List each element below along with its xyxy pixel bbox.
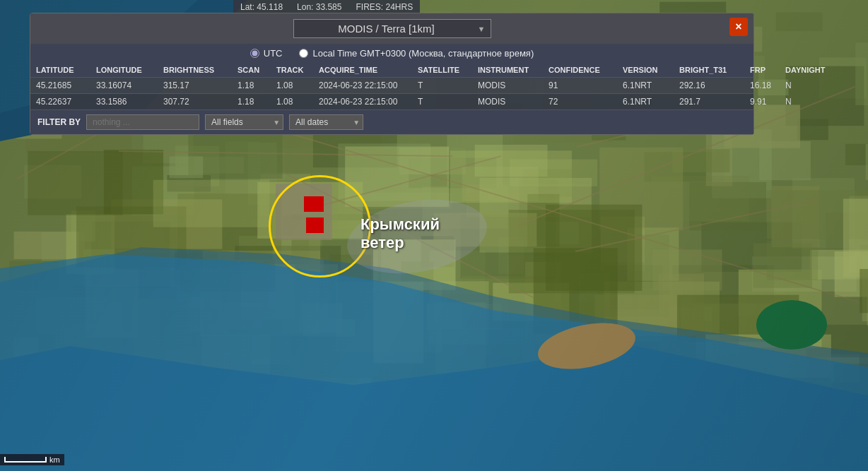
label-line1: Крымский [360, 215, 440, 233]
cell-bright-t31-2: 291.7 [679, 97, 750, 107]
cell-satellite-1: T [418, 81, 478, 90]
satellite-select[interactable]: MODIS / Terra [1km] MODIS / Aqua [1km] V… [293, 19, 491, 38]
label-text: Крымский ветер [360, 215, 440, 253]
table-row[interactable]: 45.21685 33.16074 315.17 1.18 1.08 2024-… [30, 77, 753, 93]
filter-fields-select[interactable]: All fields LATITUDE LONGITUDE BRIGHTNESS… [205, 114, 283, 130]
satellite-select-wrapper[interactable]: MODIS / Terra [1km] MODIS / Aqua [1km] V… [293, 19, 491, 38]
cell-acquire-1: 2024-06-23 22:15:00 [319, 81, 418, 90]
scale-line [4, 457, 47, 463]
cell-scan-2: 1.18 [237, 97, 276, 107]
col-daynight: DAYNIGHT [785, 66, 849, 74]
local-radio[interactable] [299, 49, 308, 58]
fire-marker-2 [306, 217, 324, 233]
scale-label: km [49, 455, 60, 464]
cell-frp-1: 16.18 [750, 81, 785, 90]
cell-acquire-2: 2024-06-23 22:15:00 [319, 97, 418, 107]
cell-scan-1: 1.18 [237, 81, 276, 90]
col-longitude: LONGITUDE [96, 66, 163, 74]
fire-marker-1 [304, 196, 324, 212]
cell-lon-1: 33.16074 [96, 81, 163, 90]
filter-dates-select[interactable]: All dates Last 24 hours Last 48 hours La… [289, 114, 363, 130]
data-panel: MODIS / Terra [1km] MODIS / Aqua [1km] V… [30, 13, 754, 135]
timezone-row: UTC Local Time GMT+0300 (Москва, стандар… [30, 44, 753, 63]
filter-fields-wrapper[interactable]: All fields LATITUDE LONGITUDE BRIGHTNESS… [205, 114, 283, 130]
cell-version-1: 6.1NRT [623, 81, 679, 90]
cell-lat-1: 45.21685 [36, 81, 96, 90]
cell-brightness-2: 307.72 [163, 97, 237, 107]
filter-row: FILTER BY All fields LATITUDE LONGITUDE … [30, 109, 753, 134]
crimean-wind-overlay: Крымский ветер [346, 201, 488, 272]
col-bright-t31: BRIGHT_T31 [679, 66, 750, 74]
col-satellite: SATELLITE [418, 66, 478, 74]
cell-track-1: 1.08 [276, 81, 319, 90]
cell-lat-2: 45.22637 [36, 97, 96, 107]
latitude-display: Lat: 45.118 [240, 2, 283, 12]
cell-lon-2: 33.1586 [96, 97, 163, 107]
label-line2: ветер [360, 234, 404, 251]
filter-label: FILTER BY [37, 117, 81, 127]
panel-header: MODIS / Terra [1km] MODIS / Aqua [1km] V… [30, 13, 753, 44]
col-track: TRACK [276, 66, 319, 74]
col-scan: SCAN [237, 66, 276, 74]
coordinates-bar: Lat: 45.118 Lon: 33.585 FIRES: 24HRS [233, 0, 420, 14]
col-frp: FRP [750, 66, 785, 74]
longitude-display: Lon: 33.585 [297, 2, 341, 12]
table-body: 45.21685 33.16074 315.17 1.18 1.08 2024-… [30, 77, 753, 109]
filter-text-input[interactable] [86, 114, 199, 130]
local-label: Local Time GMT+0300 (Москва, стандартное… [312, 48, 534, 59]
filter-dates-wrapper[interactable]: All dates Last 24 hours Last 48 hours La… [289, 114, 363, 130]
cell-daynight-2: N [785, 97, 849, 107]
cell-confidence-1: 91 [549, 81, 623, 90]
table-row[interactable]: 45.22637 33.1586 307.72 1.18 1.08 2024-0… [30, 93, 753, 109]
cell-daynight-1: N [785, 81, 849, 90]
utc-label: UTC [264, 48, 283, 59]
cell-instrument-2: MODIS [478, 97, 549, 107]
col-confidence: CONFIDENCE [549, 66, 623, 74]
cell-frp-2: 9.91 [750, 97, 785, 107]
close-button[interactable]: × [729, 18, 748, 36]
scale-bar: km [0, 454, 64, 465]
col-version: VERSION [623, 66, 679, 74]
local-radio-option[interactable]: Local Time GMT+0300 (Москва, стандартное… [299, 48, 534, 59]
utc-radio-option[interactable]: UTC [250, 48, 283, 59]
col-latitude: LATITUDE [36, 66, 96, 74]
col-acquire-time: ACQUIRE_TIME [319, 66, 418, 74]
cell-bright-t31-1: 292.16 [679, 81, 750, 90]
cell-brightness-1: 315.17 [163, 81, 237, 90]
cell-satellite-2: T [418, 97, 478, 107]
cell-version-2: 6.1NRT [623, 97, 679, 107]
utc-radio[interactable] [250, 49, 259, 58]
col-instrument: INSTRUMENT [478, 66, 549, 74]
fires-label: FIRES: 24HRS [356, 2, 413, 12]
cell-track-2: 1.08 [276, 97, 319, 107]
cell-confidence-2: 72 [549, 97, 623, 107]
col-brightness: BRIGHTNESS [163, 66, 237, 74]
cell-instrument-1: MODIS [478, 81, 549, 90]
table-header: LATITUDE LONGITUDE BRIGHTNESS SCAN TRACK… [30, 63, 753, 77]
